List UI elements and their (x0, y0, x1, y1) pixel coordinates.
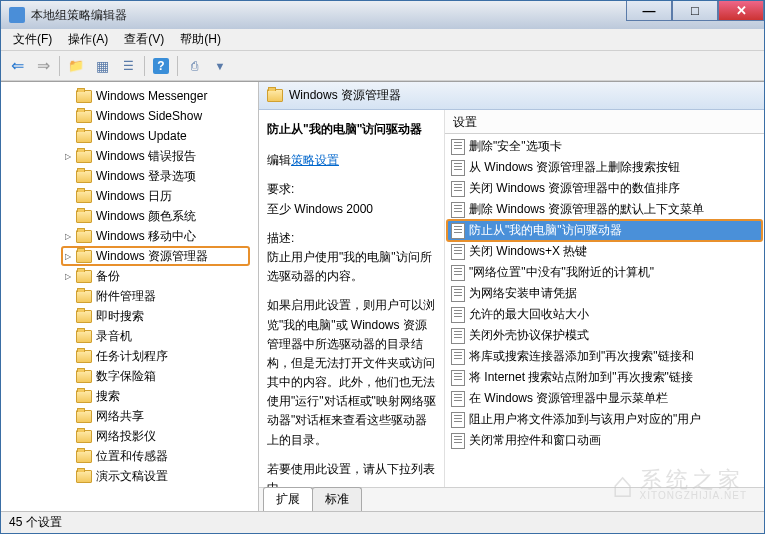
expander-icon[interactable] (63, 132, 72, 141)
expander-icon[interactable] (63, 212, 72, 221)
expander-icon[interactable] (63, 332, 72, 341)
settings-item[interactable]: 为网络安装申请凭据 (447, 283, 762, 304)
folder-icon (76, 430, 92, 443)
settings-item[interactable]: 防止从"我的电脑"访问驱动器 (447, 220, 762, 241)
close-button[interactable]: ✕ (718, 1, 764, 21)
settings-item[interactable]: 关闭外壳协议保护模式 (447, 325, 762, 346)
expander-icon[interactable] (63, 452, 72, 461)
expander-icon[interactable] (63, 472, 72, 481)
tree-pane[interactable]: Windows Messenger Windows SideShow Windo… (1, 82, 259, 511)
expander-icon[interactable]: ▷ (63, 252, 72, 261)
edit-label: 编辑 (267, 153, 291, 167)
tree-item-label: Windows 错误报告 (96, 148, 196, 165)
forward-button[interactable] (31, 54, 55, 78)
expander-icon[interactable] (63, 412, 72, 421)
tree-item[interactable]: 数字保险箱 (1, 366, 258, 386)
expander-icon[interactable]: ▷ (63, 272, 72, 281)
settings-item[interactable]: 删除 Windows 资源管理器的默认上下文菜单 (447, 199, 762, 220)
settings-item[interactable]: 关闭常用控件和窗口动画 (447, 430, 762, 451)
expander-icon[interactable] (63, 352, 72, 361)
menu-file[interactable]: 文件(F) (5, 29, 60, 50)
tab-extended[interactable]: 扩展 (263, 487, 313, 511)
expander-icon[interactable] (63, 432, 72, 441)
status-text: 45 个设置 (9, 514, 62, 531)
folder-icon (76, 330, 92, 343)
policy-icon (451, 349, 465, 365)
tree-item[interactable]: Windows Messenger (1, 86, 258, 106)
view-button[interactable] (90, 54, 114, 78)
folder-icon (76, 150, 92, 163)
tree-item[interactable]: Windows SideShow (1, 106, 258, 126)
settings-item[interactable]: "网络位置"中没有"我附近的计算机" (447, 262, 762, 283)
tree-item[interactable]: 位置和传感器 (1, 446, 258, 466)
settings-column-header[interactable]: 设置 (445, 110, 764, 134)
tree-item-label: 网络共享 (96, 408, 144, 425)
expander-icon[interactable] (63, 92, 72, 101)
expander-icon[interactable] (63, 172, 72, 181)
back-button[interactable] (5, 54, 29, 78)
tree-item[interactable]: ▷备份 (1, 266, 258, 286)
up-button[interactable] (64, 54, 88, 78)
tree-item[interactable]: ▷Windows 资源管理器 (1, 246, 258, 266)
tree-item[interactable]: 演示文稿设置 (1, 466, 258, 486)
tree-item-label: Windows Messenger (96, 89, 207, 103)
tree-item[interactable]: 录音机 (1, 326, 258, 346)
export-button[interactable] (182, 54, 206, 78)
tree-item[interactable]: 附件管理器 (1, 286, 258, 306)
tree-item[interactable]: 即时搜索 (1, 306, 258, 326)
minimize-button[interactable]: — (626, 1, 672, 21)
expander-icon[interactable]: ▷ (63, 232, 72, 241)
settings-item-label: 阻止用户将文件添加到与该用户对应的"用户 (469, 411, 701, 428)
policy-icon (451, 286, 465, 302)
expander-icon[interactable] (63, 112, 72, 121)
maximize-button[interactable]: □ (672, 1, 718, 21)
settings-item[interactable]: 阻止用户将文件添加到与该用户对应的"用户 (447, 409, 762, 430)
tab-standard[interactable]: 标准 (312, 487, 362, 511)
expander-icon[interactable] (63, 372, 72, 381)
edit-policy-link[interactable]: 策略设置 (291, 153, 339, 167)
menu-help[interactable]: 帮助(H) (172, 29, 229, 50)
menu-view[interactable]: 查看(V) (116, 29, 172, 50)
description-pane: 防止从"我的电脑"访问驱动器 编辑策略设置 要求: 至少 Windows 200… (259, 110, 445, 487)
settings-item[interactable]: 将库或搜索连接器添加到"再次搜索"链接和 (447, 346, 762, 367)
expander-icon[interactable] (63, 192, 72, 201)
properties-button[interactable] (116, 54, 140, 78)
expander-icon[interactable]: ▷ (63, 152, 72, 161)
settings-item[interactable]: 在 Windows 资源管理器中显示菜单栏 (447, 388, 762, 409)
tree-item-label: Windows 登录选项 (96, 168, 196, 185)
tree-item-label: Windows SideShow (96, 109, 202, 123)
settings-item[interactable]: 删除"安全"选项卡 (447, 136, 762, 157)
folder-icon (76, 470, 92, 483)
help-button[interactable]: ? (149, 54, 173, 78)
settings-item-label: 允许的最大回收站大小 (469, 306, 589, 323)
settings-list[interactable]: 删除"安全"选项卡从 Windows 资源管理器上删除搜索按钮关闭 Window… (445, 134, 764, 487)
policy-icon (451, 160, 465, 176)
tree-item-label: Windows 颜色系统 (96, 208, 196, 225)
tree-item[interactable]: 网络共享 (1, 406, 258, 426)
settings-item[interactable]: 允许的最大回收站大小 (447, 304, 762, 325)
filter-button[interactable] (208, 54, 232, 78)
window-title: 本地组策略编辑器 (31, 7, 127, 24)
tree-item[interactable]: ▷Windows 错误报告 (1, 146, 258, 166)
description-label: 描述: (267, 229, 436, 248)
tree-item[interactable]: 搜索 (1, 386, 258, 406)
menu-action[interactable]: 操作(A) (60, 29, 116, 50)
settings-item[interactable]: 从 Windows 资源管理器上删除搜索按钮 (447, 157, 762, 178)
folder-icon (76, 270, 92, 283)
settings-item[interactable]: 关闭 Windows 资源管理器中的数值排序 (447, 178, 762, 199)
tree-item[interactable]: ▷Windows 移动中心 (1, 226, 258, 246)
tree-item[interactable]: Windows 日历 (1, 186, 258, 206)
folder-icon (76, 190, 92, 203)
settings-item[interactable]: 关闭 Windows+X 热键 (447, 241, 762, 262)
tree-item[interactable]: Windows Update (1, 126, 258, 146)
separator (177, 56, 178, 76)
tree-item[interactable]: Windows 登录选项 (1, 166, 258, 186)
tree-item[interactable]: 网络投影仪 (1, 426, 258, 446)
expander-icon[interactable] (63, 392, 72, 401)
expander-icon[interactable] (63, 292, 72, 301)
tree-item-label: 备份 (96, 268, 120, 285)
expander-icon[interactable] (63, 312, 72, 321)
settings-item[interactable]: 将 Internet 搜索站点附加到"再次搜索"链接 (447, 367, 762, 388)
tree-item[interactable]: 任务计划程序 (1, 346, 258, 366)
tree-item[interactable]: Windows 颜色系统 (1, 206, 258, 226)
